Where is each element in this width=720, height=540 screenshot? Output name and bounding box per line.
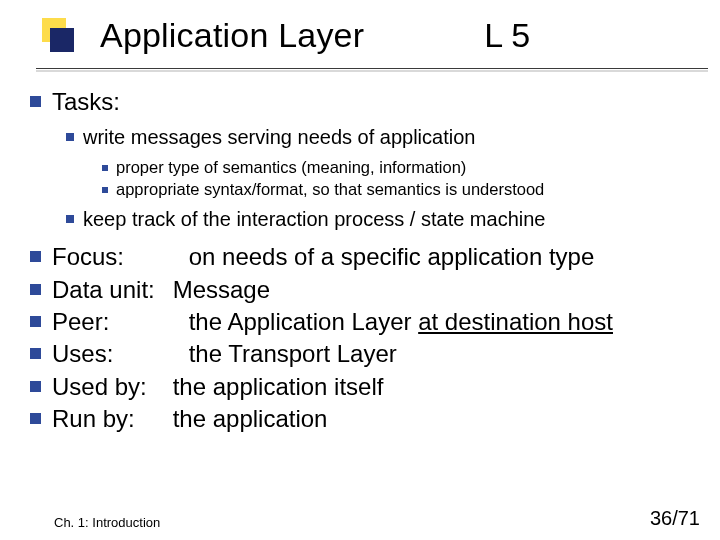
bullet-usedby-text: Used by: the application itself	[52, 371, 383, 403]
footer-page-number: 36/71	[650, 507, 700, 530]
bullet-task1-sub2: appropriate syntax/format, so that seman…	[102, 179, 708, 200]
bullet-icon	[102, 187, 108, 193]
bullet-icon	[30, 284, 41, 295]
bullet-task1-sub1: proper type of semantics (meaning, infor…	[102, 157, 708, 178]
footer: Ch. 1: Introduction 36/71	[54, 507, 700, 530]
bullet-usedby: Used by: the application itself	[30, 371, 708, 403]
bullet-dataunit: Data unit: Message	[30, 274, 708, 306]
bullet-task2-text: keep track of the interaction process / …	[83, 206, 545, 233]
bullet-runby: Run by: the application	[30, 403, 708, 435]
slide-title: Application Layer	[100, 16, 364, 55]
bullet-focus: Focus: on needs of a specific applicatio…	[30, 241, 708, 273]
uses-value: the Transport Layer	[189, 340, 397, 367]
bullet-runby-text: Run by: the application	[52, 403, 327, 435]
bullet-task1: write messages serving needs of applicat…	[66, 124, 708, 151]
bullet-peer-text: Peer: the Application Layer at destinati…	[52, 306, 613, 338]
bullet-uses-text: Uses: the Transport Layer	[52, 338, 397, 370]
focus-value: on needs of a specific application type	[189, 243, 595, 270]
bullet-task1-text: write messages serving needs of applicat…	[83, 124, 475, 151]
title-rule	[36, 68, 708, 69]
peer-label: Peer:	[52, 306, 166, 338]
peer-value-pre: the Application Layer	[189, 308, 419, 335]
title-row: Application Layer L 5	[54, 16, 700, 55]
usedby-label: Used by:	[52, 371, 166, 403]
bullet-tasks: Tasks:	[30, 86, 708, 118]
bullet-icon	[30, 381, 41, 392]
bullet-icon	[30, 413, 41, 424]
bullet-icon	[30, 316, 41, 327]
bullet-peer: Peer: the Application Layer at destinati…	[30, 306, 708, 338]
footer-chapter: Ch. 1: Introduction	[54, 515, 160, 530]
peer-value-underline: at destination host	[418, 308, 613, 335]
runby-label: Run by:	[52, 403, 166, 435]
dataunit-value: Message	[173, 276, 270, 303]
dataunit-label: Data unit:	[52, 274, 166, 306]
content-area: Tasks: write messages serving needs of a…	[30, 86, 708, 436]
bullet-icon	[30, 251, 41, 262]
uses-label: Uses:	[52, 338, 166, 370]
slide: Application Layer L 5 Tasks: write messa…	[0, 0, 720, 540]
bullet-icon	[30, 348, 41, 359]
title-rule-shadow	[36, 70, 708, 72]
focus-label: Focus:	[52, 241, 166, 273]
bullet-task1-sub1-text: proper type of semantics (meaning, infor…	[116, 157, 466, 178]
bullet-icon	[66, 133, 74, 141]
usedby-value: the application itself	[173, 373, 384, 400]
bullet-task2: keep track of the interaction process / …	[66, 206, 708, 233]
bullet-dataunit-text: Data unit: Message	[52, 274, 270, 306]
bullet-icon	[30, 96, 41, 107]
bullet-icon	[66, 215, 74, 223]
bullet-icon	[102, 165, 108, 171]
bullet-task1-sub2-text: appropriate syntax/format, so that seman…	[116, 179, 544, 200]
bullet-uses: Uses: the Transport Layer	[30, 338, 708, 370]
bullet-focus-text: Focus: on needs of a specific applicatio…	[52, 241, 594, 273]
slide-title-layer: L 5	[484, 16, 530, 55]
bullet-tasks-text: Tasks:	[52, 86, 120, 118]
runby-value: the application	[173, 405, 328, 432]
